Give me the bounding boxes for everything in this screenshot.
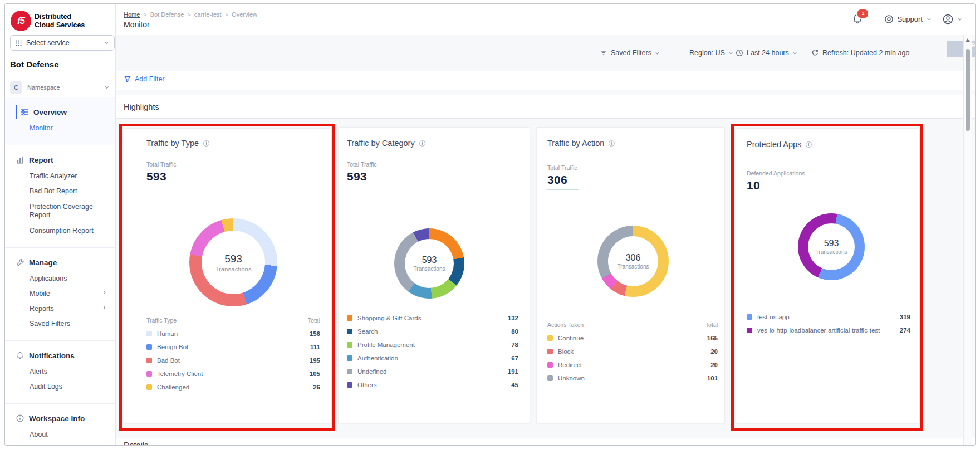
vertical-scrollbar[interactable] (963, 35, 972, 445)
legend-swatch (747, 314, 752, 320)
stat-label: Total Traffic (347, 161, 377, 168)
refresh-control[interactable]: Refresh: Updated 2 min ago (811, 45, 912, 61)
legend-value: 20 (710, 362, 718, 368)
app-viewport: f5 Distributed Cloud Services Select ser… (5, 4, 975, 445)
legend-swatch (547, 335, 553, 341)
sidebar-subitem-monitor[interactable]: Monitor (5, 121, 115, 136)
legend-header-total: Total (705, 321, 718, 328)
legend-value: 45 (511, 382, 518, 388)
info-icon[interactable] (203, 140, 210, 147)
donut-center: 306Transactions (608, 236, 658, 286)
legend-header-total: Total (308, 317, 320, 324)
notification-badge: 1 (856, 8, 869, 19)
legend-swatch (347, 342, 352, 348)
legend-value: 78 (511, 341, 518, 348)
breadcrumb-separator: > (225, 11, 228, 18)
info-icon[interactable] (805, 141, 812, 148)
sidebar-item-report[interactable]: Report (5, 151, 115, 169)
sidebar-item-manage[interactable]: Manage (5, 253, 115, 271)
donut-chart-protected-apps[interactable]: 593Transactions (798, 213, 865, 280)
stat-value: 593 (347, 170, 367, 183)
breadcrumb-bot-defense[interactable]: Bot Defense (150, 11, 184, 18)
nav-group-workspace-info: Workspace InfoAbout (5, 403, 115, 445)
namespace-label: Namespace (27, 84, 104, 91)
sidebar-subitem-label: Consumption Report (30, 227, 94, 235)
legend-value: 132 (508, 315, 518, 321)
page-title: Monitor (124, 20, 150, 29)
sidebar-subitem-reports[interactable]: Reports (5, 301, 115, 316)
brand-logo: f5 Distributed Cloud Services (11, 11, 85, 31)
sidebar-subitem-saved-filters[interactable]: Saved Filters (5, 316, 115, 331)
sidebar-subitem-applications[interactable]: Applications (5, 271, 115, 286)
legend-label: Search (357, 328, 507, 335)
grid-icon (15, 40, 22, 47)
saved-filters-dropdown[interactable]: Saved Filters (599, 45, 660, 61)
sidebar-subitem-consumption-report[interactable]: Consumption Report (5, 223, 115, 238)
breadcrumb-home[interactable]: Home (124, 11, 140, 18)
scrollbar-up-arrow[interactable] (966, 38, 970, 42)
select-service-dropdown[interactable]: Select service (10, 35, 115, 51)
legend-value: 191 (508, 368, 518, 375)
donut-chart-traffic-by-category[interactable]: 593Transactions (394, 228, 464, 299)
add-filter-button[interactable]: Add Filter (124, 75, 165, 83)
legend-label: Redirect (558, 362, 706, 368)
legend-value: 165 (707, 335, 718, 341)
legend-label: Continue (558, 335, 703, 341)
legend-swatch (547, 375, 553, 381)
legend-swatch (146, 331, 152, 336)
legend-row-ves-io-http-loadbalancer-artificial-traffic-test: ves-io-http-loadbalancer-artificial-traf… (747, 324, 910, 337)
support-menu[interactable]: Support (884, 14, 932, 24)
stat-label: Defended Applications (747, 170, 805, 177)
legend-swatch (547, 362, 553, 368)
clock-icon (735, 49, 744, 57)
notifications-button[interactable]: 1 (851, 12, 866, 27)
legend-row-search: Search80 (347, 325, 518, 338)
legend-label: Unknown (558, 375, 703, 382)
legend-value: 105 (310, 370, 320, 377)
legend-row-block: Block20 (547, 345, 718, 358)
legend-row-others: Others45 (347, 378, 518, 392)
namespace-selector[interactable]: C Namespace (10, 81, 110, 94)
donut-center-label: Transactions (618, 263, 649, 270)
sidebar-subitem-audit-logs[interactable]: Audit Logs (5, 379, 115, 394)
info-icon[interactable] (419, 140, 426, 147)
breadcrumb-separator: > (187, 11, 190, 18)
card-title: Traffic by Type (146, 139, 199, 148)
legend-row-bad-bot: Bad Bot195 (146, 354, 320, 367)
donut-chart-traffic-by-action[interactable]: 306Transactions (597, 226, 669, 297)
legend-value: 111 (310, 344, 320, 350)
sidebar-subitem-label: Traffic Analyzer (30, 172, 77, 180)
card-traffic-by-type: Traffic by TypeTotal Traffic593593Transa… (124, 128, 332, 423)
chevron-down-icon (957, 16, 963, 22)
sidebar-subitem-alerts[interactable]: Alerts (5, 364, 115, 379)
breadcrumb-namespace[interactable]: carrie-test (194, 11, 222, 18)
header-divider (875, 13, 875, 26)
region-dropdown[interactable]: Region: US (687, 45, 734, 61)
legend-value: 20 (710, 348, 718, 355)
legend-row-redirect: Redirect20 (547, 358, 718, 372)
f5-distributed-cloud-dashboard: f5 Distributed Cloud Services Select ser… (0, 0, 980, 449)
stat-label: Total Traffic (146, 161, 177, 168)
donut-chart-traffic-by-type[interactable]: 593Transactions (189, 218, 277, 306)
time-range-dropdown[interactable]: Last 24 hours (735, 45, 798, 61)
legend-value: 80 (511, 328, 518, 335)
workspace-info-icon (16, 414, 24, 423)
legend-row-telemetry-client: Telemetry Client105 (146, 367, 320, 380)
report-icon (16, 155, 24, 164)
chevron-down-icon (728, 50, 734, 56)
sidebar-item-workspace-info[interactable]: Workspace Info (5, 409, 115, 427)
sidebar-subitem-protection-coverage-report[interactable]: Protection Coverage Report (5, 199, 115, 223)
user-menu[interactable] (942, 13, 963, 25)
scrollbar-thumb[interactable] (966, 49, 970, 131)
legend-header-label: Traffic Type (146, 317, 177, 324)
sidebar-item-overview[interactable]: Overview (5, 103, 115, 121)
sidebar-item-notifications[interactable]: Notifications (5, 346, 115, 364)
sidebar-subitem-traffic-analyzer[interactable]: Traffic Analyzer (5, 169, 115, 184)
legend-row-undefined: Undefined191 (347, 365, 518, 378)
info-icon[interactable] (608, 140, 615, 147)
sidebar-subitem-mobile[interactable]: Mobile (5, 286, 115, 301)
sidebar-subitem-about[interactable]: About (5, 427, 115, 442)
sidebar-subitem-bad-bot-report[interactable]: Bad Bot Report (5, 184, 115, 199)
sidebar-item-label: Report (29, 156, 53, 164)
legend-label: Undefined (357, 368, 503, 375)
